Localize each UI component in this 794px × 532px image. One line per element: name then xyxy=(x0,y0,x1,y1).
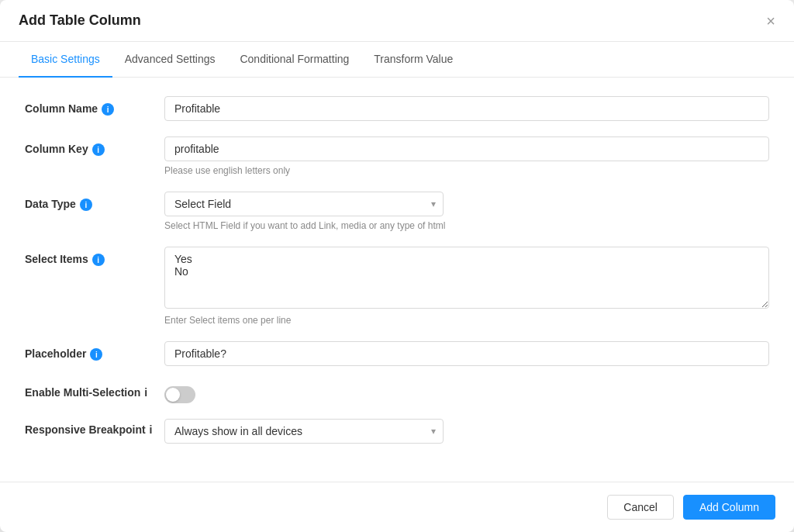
select-items-hint: Enter Select items one per line xyxy=(164,315,769,326)
data-type-label: Data Type i xyxy=(25,192,164,211)
add-column-button[interactable]: Add Column xyxy=(683,495,775,520)
enable-multi-selection-label: Enable Multi-Selection i xyxy=(25,382,164,399)
column-name-control xyxy=(164,96,769,121)
select-items-label: Select Items i xyxy=(25,247,164,266)
tab-advanced-settings[interactable]: Advanced Settings xyxy=(112,42,228,78)
data-type-select[interactable]: Select Field Text Number Boolean HTML xyxy=(164,192,444,216)
placeholder-input[interactable] xyxy=(164,341,769,366)
enable-multi-selection-info-icon[interactable]: i xyxy=(144,386,147,399)
data-type-control: Select Field Text Number Boolean HTML ▾ … xyxy=(164,192,769,231)
responsive-breakpoint-row: Responsive Breakpoint i Always show in a… xyxy=(25,419,769,444)
column-key-label: Column Key i xyxy=(25,136,164,156)
tabs: Basic Settings Advanced Settings Conditi… xyxy=(0,42,794,78)
tab-basic-settings[interactable]: Basic Settings xyxy=(19,42,112,78)
modal-footer: Cancel Add Column xyxy=(0,482,794,532)
select-items-control: Yes No Enter Select items one per line xyxy=(164,247,769,326)
placeholder-info-icon[interactable]: i xyxy=(90,348,102,361)
column-name-info-icon[interactable]: i xyxy=(102,103,114,116)
select-items-textarea[interactable]: Yes No xyxy=(164,247,769,309)
column-key-hint: Please use english letters only xyxy=(164,165,769,176)
modal-title: Add Table Column xyxy=(19,12,141,41)
enable-multi-selection-toggle[interactable] xyxy=(164,386,195,403)
modal-body: Column Name i Column Key i Please use en… xyxy=(0,78,794,482)
enable-multi-selection-row: Enable Multi-Selection i xyxy=(25,382,769,403)
column-name-label: Column Name i xyxy=(25,96,164,116)
column-key-row: Column Key i Please use english letters … xyxy=(25,136,769,176)
column-key-control: Please use english letters only xyxy=(164,136,769,176)
responsive-breakpoint-label: Responsive Breakpoint i xyxy=(25,419,164,436)
responsive-breakpoint-control: Always show in all devices Hide on mobil… xyxy=(164,419,769,444)
column-name-row: Column Name i xyxy=(25,96,769,121)
modal-header: Add Table Column × xyxy=(0,0,794,42)
add-table-column-modal: Add Table Column × Basic Settings Advanc… xyxy=(0,0,794,532)
placeholder-control xyxy=(164,341,769,366)
data-type-info-icon[interactable]: i xyxy=(80,199,92,211)
column-name-input[interactable] xyxy=(164,96,769,121)
toggle-knob xyxy=(166,388,180,402)
data-type-hint: Select HTML Field if you want to add Lin… xyxy=(164,220,769,231)
column-key-info-icon[interactable]: i xyxy=(92,143,105,156)
tab-conditional-formatting[interactable]: Conditional Formatting xyxy=(227,42,361,78)
placeholder-label: Placeholder i xyxy=(25,341,164,361)
select-items-row: Select Items i Yes No Enter Select items… xyxy=(25,247,769,326)
responsive-breakpoint-select-wrap: Always show in all devices Hide on mobil… xyxy=(164,419,444,444)
close-button[interactable]: × xyxy=(766,13,775,41)
select-items-info-icon[interactable]: i xyxy=(92,254,105,266)
responsive-breakpoint-select[interactable]: Always show in all devices Hide on mobil… xyxy=(164,419,444,444)
responsive-breakpoint-info-icon[interactable]: i xyxy=(150,423,153,436)
enable-multi-selection-control xyxy=(164,382,195,403)
tab-transform-value[interactable]: Transform Value xyxy=(361,42,465,78)
column-key-input[interactable] xyxy=(164,136,769,161)
placeholder-row: Placeholder i xyxy=(25,341,769,366)
data-type-row: Data Type i Select Field Text Number Boo… xyxy=(25,192,769,231)
data-type-select-wrap: Select Field Text Number Boolean HTML ▾ xyxy=(164,192,444,216)
cancel-button[interactable]: Cancel xyxy=(607,495,674,520)
